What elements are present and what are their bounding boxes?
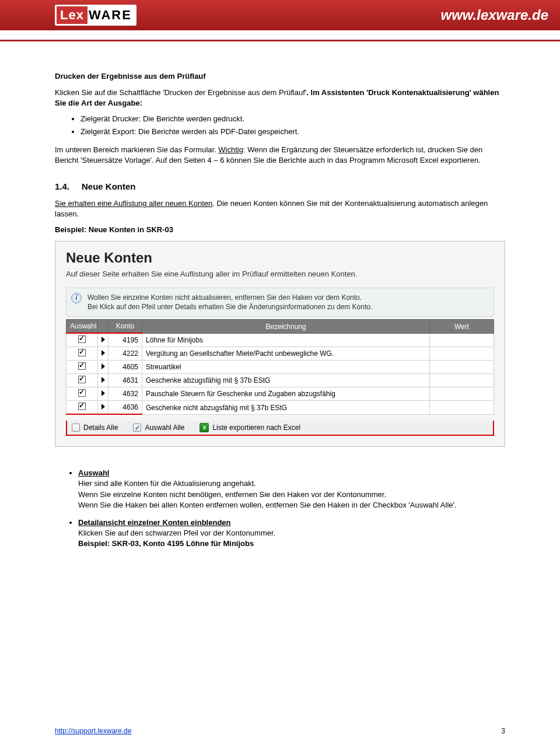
cell-konto: 4632 — [108, 387, 142, 401]
cell-bezeichnung: Pauschale Steuern für Geschenke und Zuga… — [142, 387, 430, 401]
chevron-right-icon[interactable] — [102, 377, 105, 383]
cell-wert — [430, 374, 494, 387]
cell-konto: 4636 — [108, 401, 142, 415]
cell-bezeichnung: Löhne für Minijobs — [142, 333, 430, 347]
heading-neue-konten: 1.4.Neue Konten — [55, 181, 505, 191]
details-alle-label: Details Alle — [83, 424, 118, 432]
row-checkbox[interactable] — [78, 403, 86, 410]
cell-bezeichnung: Vergütung an Gesellschafter Miete/Pacht … — [142, 347, 430, 361]
th-auswahl[interactable]: Auswahl — [66, 320, 98, 334]
th-wert[interactable]: Wert — [430, 320, 494, 334]
cell-bezeichnung: Streuartikel — [142, 361, 430, 374]
page-footer: http://support.lexware.de 3 — [0, 727, 560, 752]
table-row: 4195 Löhne für Minijobs — [66, 333, 494, 347]
list-item: Detailansicht einzelner Konten einblende… — [78, 517, 505, 550]
paragraph-intro: Klicken Sie auf die Schaltfläche 'Drucke… — [55, 88, 505, 108]
cell-konto: 4195 — [108, 333, 142, 347]
cell-wert — [430, 387, 494, 401]
paragraph-beispiel: Beispiel: Neue Konten in SKR-03 — [55, 225, 505, 235]
auswahl-alle-checkbox[interactable] — [133, 424, 141, 432]
table-row: 4631 Geschenke abzugsfähig mit § 37b ESt… — [66, 374, 494, 387]
list-zielgeraet: Zielgerät Drucker: Die Berichte werden g… — [80, 114, 505, 137]
chevron-right-icon[interactable] — [102, 363, 105, 369]
row-checkbox[interactable] — [78, 376, 86, 383]
info-icon: i — [71, 293, 82, 303]
th-detail-arrow — [98, 320, 108, 334]
toolbar: Details Alle Auswahl Alle X Liste export… — [66, 421, 494, 436]
paragraph-wichtig: Im unteren Bereich markieren Sie das For… — [55, 145, 505, 165]
row-checkbox[interactable] — [78, 362, 86, 370]
table-row: 4222 Vergütung an Gesellschafter Miete/P… — [66, 347, 494, 361]
cell-wert — [430, 401, 494, 415]
chevron-right-icon[interactable] — [102, 337, 105, 342]
auswahl-alle-label: Auswahl Alle — [145, 424, 184, 432]
logo-right: WARE — [89, 8, 132, 23]
logo-left: Lex — [57, 6, 88, 24]
cell-bezeichnung: Geschenke abzugsfähig mit § 37b EStG — [142, 374, 430, 387]
chevron-right-icon[interactable] — [102, 390, 105, 396]
list-item: Zielgerät Export: Die Berichte werden al… — [80, 127, 505, 137]
footer-link[interactable]: http://support.lexware.de — [55, 727, 131, 735]
chevron-right-icon[interactable] — [102, 404, 105, 410]
th-bezeichnung[interactable]: Bezeichnung — [142, 320, 430, 334]
chevron-right-icon[interactable] — [102, 350, 105, 356]
page-number: 3 — [501, 727, 505, 735]
table-row: 4636 Geschenke nicht abzugsfähig mit § 3… — [66, 401, 494, 415]
row-checkbox[interactable] — [78, 349, 86, 356]
info-line: Bei Klick auf den Pfeil unter Details er… — [88, 302, 488, 312]
row-checkbox[interactable] — [78, 335, 86, 343]
panel-subtitle: Auf dieser Seite erhalten Sie eine Aufli… — [66, 270, 494, 278]
table-row: 4605 Streuartikel — [66, 361, 494, 374]
list-item: Auswahl Hier sind alle Konten für die Ak… — [78, 468, 505, 510]
cell-konto: 4605 — [108, 361, 142, 374]
cell-bezeichnung: Geschenke nicht abzugsfähig mit § 37b ES… — [142, 401, 430, 415]
details-alle-checkbox[interactable] — [72, 424, 80, 432]
cell-konto: 4222 — [108, 347, 142, 361]
row-checkbox[interactable] — [78, 389, 86, 397]
brand-header: Lex WARE www.lexware.de — [0, 0, 560, 30]
info-box: i Wollen Sie einzelne Konten nicht aktua… — [66, 288, 494, 317]
cell-wert — [430, 361, 494, 374]
cell-wert — [430, 333, 494, 347]
export-excel-label[interactable]: Liste exportieren nach Excel — [212, 424, 300, 432]
cell-wert — [430, 347, 494, 361]
item-title: Auswahl — [78, 468, 109, 477]
th-konto[interactable]: Konto — [108, 320, 142, 334]
info-line: Wollen Sie einzelne Konten nicht aktuali… — [88, 293, 488, 302]
screenshot-neue-konten: Neue Konten Auf dieser Seite erhalten Si… — [55, 241, 505, 447]
paragraph-auflistung: Sie erhalten eine Auflistung aller neuen… — [55, 198, 505, 219]
table-row: 4632 Pauschale Steuern für Geschenke und… — [66, 387, 494, 401]
item-title: Detailansicht einzelner Konten einblende… — [78, 518, 231, 527]
heading-drucken: Drucken der Ergebnisse aus dem Prüflauf — [55, 72, 505, 81]
list-details: Auswahl Hier sind alle Konten für die Ak… — [78, 468, 505, 549]
cell-konto: 4631 — [108, 374, 142, 387]
excel-icon[interactable]: X — [200, 423, 209, 432]
logo: Lex WARE — [55, 5, 136, 26]
konten-table: Auswahl Konto Bezeichnung Wert 4195 Löhn… — [66, 319, 494, 415]
header-url: www.lexware.de — [440, 7, 548, 23]
list-item: Zielgerät Drucker: Die Berichte werden g… — [80, 114, 505, 124]
panel-title: Neue Konten — [66, 250, 494, 266]
